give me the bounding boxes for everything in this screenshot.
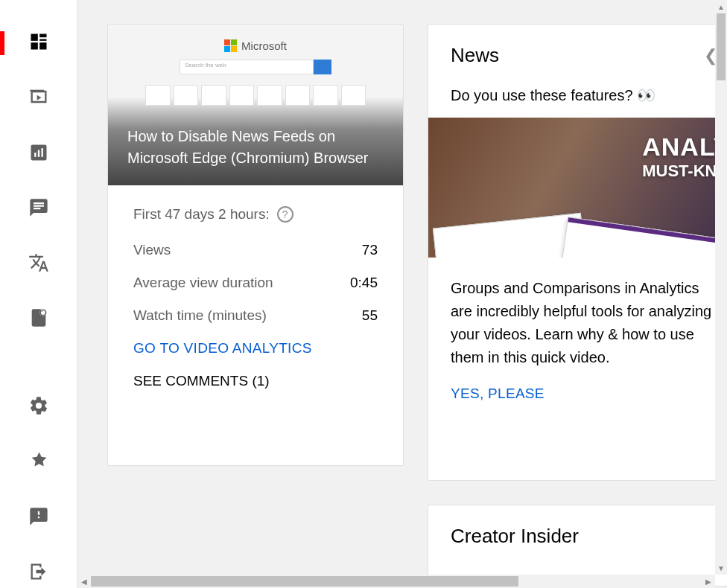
exit-icon <box>28 561 49 585</box>
scroll-left-icon[interactable]: ◀ <box>77 578 91 586</box>
news-thumb-overlay: ANALYT MUST-KN <box>642 132 727 181</box>
svg-rect-2 <box>39 39 46 41</box>
svg-rect-7 <box>37 150 39 156</box>
mock-search-button <box>314 60 331 74</box>
copyright-icon <box>28 307 49 331</box>
app-layout: Microsoft Search the web How to Disable … <box>0 0 727 588</box>
scroll-down-icon[interactable]: ▼ <box>715 561 727 575</box>
sidebar-item-copyright[interactable] <box>0 304 77 334</box>
scrollbar-thumb[interactable] <box>717 13 726 80</box>
sidebar-item-comments[interactable] <box>0 194 77 224</box>
scroll-right-icon[interactable]: ▶ <box>702 578 715 586</box>
sidebar-item-classic[interactable] <box>0 558 77 588</box>
right-column: News ❮ Do you use these features? 👀 ANAL… <box>428 24 727 588</box>
sidebar-item-content[interactable] <box>0 83 77 113</box>
sidebar-item-whats-new[interactable] <box>0 447 77 477</box>
microsoft-logo: Microsoft <box>224 39 287 52</box>
stat-avg-duration: Average view duration 0:45 <box>133 275 378 291</box>
sidebar-item-subtitles[interactable] <box>0 249 77 279</box>
scroll-up-icon[interactable]: ▲ <box>715 0 727 13</box>
vertical-scrollbar[interactable]: ▲ ▼ <box>715 0 727 575</box>
gear-icon <box>28 395 49 419</box>
news-heading: News <box>451 44 499 67</box>
scrollbar-thumb-h[interactable] <box>91 576 518 587</box>
stat-value: 0:45 <box>350 275 378 291</box>
svg-rect-6 <box>34 153 36 157</box>
analytics-icon <box>28 142 49 166</box>
content-icon <box>28 86 49 110</box>
svg-rect-1 <box>39 34 46 38</box>
news-subheading: Do you use these features? 👀 <box>428 74 727 118</box>
svg-rect-4 <box>39 42 46 49</box>
svg-point-11 <box>41 311 42 312</box>
news-cta-button[interactable]: YES, PLEASE <box>428 386 727 402</box>
svg-rect-3 <box>31 42 37 49</box>
main-content: Microsoft Search the web How to Disable … <box>77 0 727 588</box>
stat-views: Views 73 <box>133 242 378 258</box>
stat-value: 55 <box>362 307 378 324</box>
insider-heading: Creator Insider <box>451 525 717 548</box>
thumbnail-mock-content: Microsoft Search the web <box>145 35 366 106</box>
go-to-analytics-link[interactable]: GO TO VIDEO ANALYTICS <box>133 340 378 357</box>
sidebar-item-analytics[interactable] <box>0 138 77 168</box>
new-icon <box>28 451 49 475</box>
video-snapshot-card: Microsoft Search the web How to Disable … <box>107 24 404 466</box>
comments-icon <box>28 197 49 221</box>
stat-label: Average view duration <box>133 275 273 291</box>
sidebar-item-settings[interactable] <box>0 392 77 422</box>
sidebar-item-feedback[interactable] <box>0 503 77 533</box>
svg-rect-0 <box>31 34 37 41</box>
horizontal-scrollbar[interactable]: ◀ ▶ <box>77 575 715 588</box>
news-card: News ❮ Do you use these features? 👀 ANAL… <box>428 24 727 481</box>
translate-icon <box>28 252 49 276</box>
news-description: Groups and Comparisons in Analytics are … <box>428 258 727 369</box>
sidebar <box>0 0 77 588</box>
period-row: First 47 days 2 hours: ? <box>133 206 378 223</box>
stat-label: Views <box>133 242 171 258</box>
sidebar-item-dashboard[interactable] <box>0 28 77 58</box>
video-title: How to Disable News Feeds on Microsoft E… <box>127 126 384 169</box>
stat-value: 73 <box>362 242 378 258</box>
news-thumbnail[interactable]: ANALYT MUST-KN <box>428 118 727 258</box>
help-icon[interactable]: ? <box>277 206 293 223</box>
mock-search-box: Search the web <box>180 60 314 74</box>
period-label: First 47 days 2 hours: <box>133 206 270 223</box>
stat-watch-time: Watch time (minutes) 55 <box>133 307 378 324</box>
dashboard-icon <box>28 31 49 55</box>
stat-label: Watch time (minutes) <box>133 307 267 324</box>
see-comments-link[interactable]: SEE COMMENTS (1) <box>133 373 378 389</box>
video-thumbnail[interactable]: Microsoft Search the web How to Disable … <box>108 25 403 185</box>
feedback-icon <box>28 506 49 530</box>
svg-rect-8 <box>41 148 42 157</box>
